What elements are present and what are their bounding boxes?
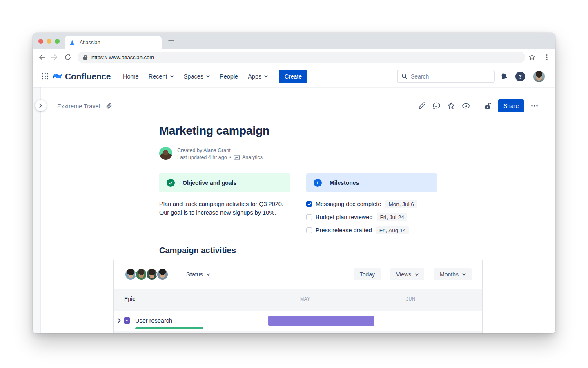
milestone-item: Press release drafted Fri, Aug 14: [306, 224, 417, 237]
month-column-header: MAY: [253, 296, 358, 301]
author-avatar[interactable]: [159, 147, 172, 160]
chevron-down-icon: [264, 75, 268, 78]
chevron-down-icon: [206, 75, 210, 78]
success-check-icon: [167, 179, 175, 187]
nav-recent[interactable]: Recent: [149, 73, 174, 80]
views-dropdown[interactable]: Views: [390, 268, 424, 280]
objective-panel-title: Objective and goals: [183, 180, 236, 186]
nav-home[interactable]: Home: [123, 73, 139, 80]
page-actions: Share: [418, 99, 539, 112]
forward-button[interactable]: [51, 54, 58, 61]
month-column-header: JUN: [358, 296, 464, 301]
nav-apps[interactable]: Apps: [248, 73, 268, 80]
milestones-list: Messaging doc complete Mon, Jul 6 Budget…: [306, 197, 417, 237]
objective-line: Plan and track campaign activities for Q…: [159, 200, 298, 209]
new-tab-button[interactable]: [167, 37, 175, 45]
browser-tab-strip: Atlassian: [33, 33, 555, 49]
chevron-down-icon: [207, 273, 210, 276]
watch-eye-icon[interactable]: [462, 102, 470, 110]
create-button[interactable]: Create: [279, 70, 307, 83]
close-window-button[interactable]: [38, 39, 43, 44]
created-by-text: Created by Alana Grant: [177, 147, 263, 154]
main-nav: Home Recent Spaces People Apps: [123, 65, 268, 87]
epic-column-header: Epic: [124, 296, 135, 302]
milestone-checkbox[interactable]: [306, 227, 312, 233]
share-button[interactable]: Share: [498, 99, 524, 112]
product-name: Confluence: [65, 72, 111, 81]
milestone-date: Fri, Aug 14: [376, 226, 409, 234]
avatar[interactable]: [156, 268, 169, 280]
expand-row-chevron-icon[interactable]: [118, 318, 121, 323]
milestones-panel: i Milestones: [306, 173, 437, 192]
team-avatars[interactable]: [125, 268, 169, 280]
chevron-down-icon: [462, 273, 466, 276]
divider: [477, 102, 477, 110]
more-actions-icon[interactable]: [530, 102, 539, 110]
status-dropdown[interactable]: Status: [186, 260, 210, 289]
gantt-bar-user-research[interactable]: [268, 316, 374, 326]
browser-window: Atlassian https:// www.atlassian.com: [33, 33, 555, 333]
milestone-date: Fri, Jul 24: [377, 213, 407, 221]
browser-url-bar: https:// www.atlassian.com: [33, 49, 555, 65]
page-title: Marketing campaign: [159, 124, 270, 137]
expand-sidebar-button[interactable]: [35, 100, 47, 111]
byline-separator: •: [229, 154, 231, 161]
byline: Created by Alana Grant Last updated 4 hr…: [177, 147, 263, 161]
last-updated-text: Last updated 4 hr ago: [177, 154, 227, 161]
url-text: https:// www.atlassian.com: [91, 54, 154, 61]
favorite-star-icon[interactable]: [447, 102, 455, 110]
epic-lightning-icon: [124, 317, 130, 324]
info-icon: i: [314, 179, 322, 187]
lock-icon: [83, 54, 88, 60]
chevron-down-icon: [415, 273, 419, 276]
search-box[interactable]: [397, 70, 495, 83]
address-bar[interactable]: https:// www.atlassian.com: [78, 52, 525, 63]
breadcrumb-space-link[interactable]: Exxtreme Travel: [57, 103, 100, 110]
nav-spaces[interactable]: Spaces: [184, 73, 210, 80]
milestone-date: Mon, Jul 6: [385, 200, 416, 208]
activities-heading: Campaign activities: [159, 246, 236, 255]
analytics-chart-icon: [234, 155, 240, 160]
milestone-checkbox[interactable]: [306, 214, 312, 220]
tab-title: Atlassian: [80, 40, 100, 45]
browser-menu-button[interactable]: [543, 54, 550, 61]
minimize-window-button[interactable]: [47, 39, 51, 44]
milestone-checkbox[interactable]: [306, 201, 312, 207]
paperclip-icon[interactable]: [106, 103, 112, 110]
milestone-item: Messaging doc complete Mon, Jul 6: [306, 197, 417, 211]
atlassian-favicon: [69, 40, 76, 46]
browser-tab[interactable]: Atlassian: [65, 36, 162, 49]
reload-button[interactable]: [64, 54, 71, 61]
objective-panel: Objective and goals: [159, 173, 290, 192]
bookmark-star-button[interactable]: [528, 54, 536, 61]
next-row-partial: [114, 331, 482, 333]
app-switcher-icon[interactable]: [42, 73, 49, 80]
app-header: Confluence Home Recent Spaces People App…: [33, 65, 555, 87]
notifications-bell-icon[interactable]: [500, 72, 508, 80]
milestone-item: Budget plan reviewed Fri, Jul 24: [306, 211, 417, 224]
months-dropdown[interactable]: Months: [434, 268, 472, 280]
epic-label[interactable]: User research: [135, 317, 172, 324]
today-button[interactable]: Today: [354, 268, 381, 280]
objective-line: Our goal is to increase new signups by 1…: [159, 209, 298, 217]
analytics-link[interactable]: Analytics: [242, 154, 263, 161]
breadcrumb: Exxtreme Travel: [57, 103, 112, 110]
chevron-down-icon: [170, 75, 174, 78]
search-input[interactable]: [411, 73, 490, 80]
edit-pencil-icon[interactable]: [418, 102, 426, 110]
milestone-label: Press release drafted: [316, 227, 372, 233]
objective-body: Plan and track campaign activities for Q…: [159, 200, 298, 217]
user-avatar[interactable]: [533, 71, 545, 82]
zoom-window-button[interactable]: [55, 39, 60, 44]
comment-icon[interactable]: [432, 102, 441, 110]
search-icon: [401, 73, 408, 80]
confluence-logo-icon: [52, 71, 62, 81]
unlocked-padlock-icon[interactable]: [483, 102, 492, 110]
nav-people[interactable]: People: [220, 73, 238, 80]
epic-progress-bar: [135, 327, 203, 329]
collapsed-sidebar-rail: [33, 87, 41, 333]
page-content: Exxtreme Travel: [33, 87, 555, 333]
help-button[interactable]: ?: [515, 72, 525, 81]
back-button[interactable]: [38, 54, 45, 61]
gantt-toolbar: Status Today Views Months: [114, 260, 482, 289]
